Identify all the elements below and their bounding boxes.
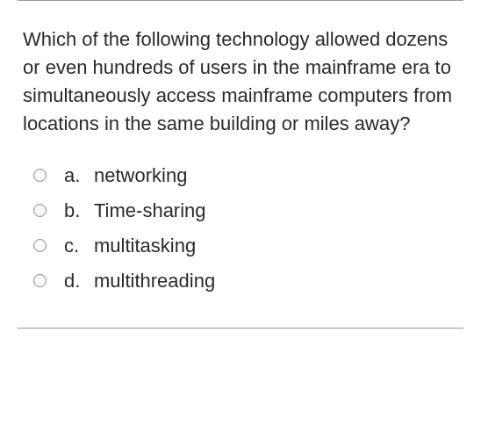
option-row: d. multithreading [33,270,458,293]
option-text: multitasking [94,235,196,257]
option-text: multithreading [94,270,215,293]
option-row: b. Time-sharing [33,199,458,222]
option-text: Time-sharing [94,199,206,222]
option-letter: b. [64,199,94,222]
quiz-container: Which of the following technology allowe… [0,0,481,448]
option-row: c. multitasking [33,235,458,257]
option-letter: d. [64,270,94,293]
question-block: Which of the following technology allowe… [18,1,463,328]
divider-bottom [18,328,463,329]
option-letter: c. [64,235,94,257]
radio-option-b[interactable] [33,204,47,217]
radio-option-c[interactable] [33,239,47,252]
radio-option-a[interactable] [33,169,47,182]
option-text: networking [94,164,187,187]
radio-option-d[interactable] [33,274,47,287]
option-row: a. networking [33,164,458,187]
option-letter: a. [64,164,94,187]
question-text: Which of the following technology allowe… [23,25,458,138]
options-list: a. networking b. Time-sharing c. multita… [23,164,458,293]
